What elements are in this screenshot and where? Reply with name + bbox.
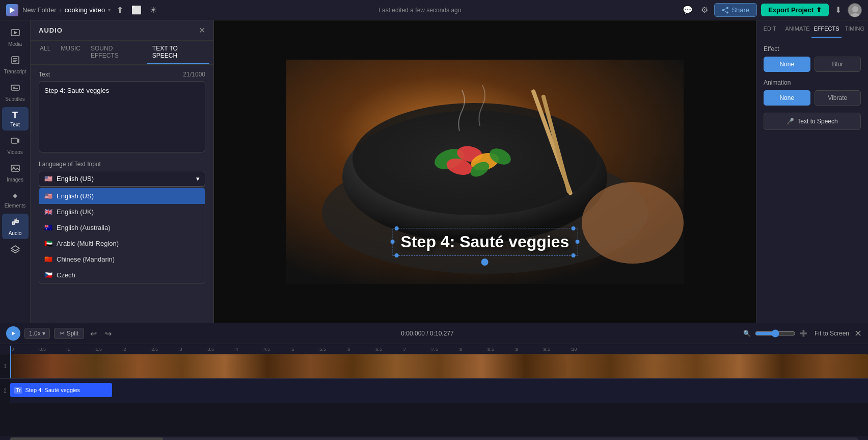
text-input[interactable]: Step 4: Sauté veggies	[39, 81, 205, 152]
sidebar-item-images[interactable]: Images	[2, 160, 29, 186]
speed-chevron-icon: ▾	[42, 330, 45, 337]
timeline-toolbar: 1.0x ▾ ✂ Split ↩ ↪ 0:00.000 / 0:10.277 🔍…	[0, 323, 868, 344]
timeline-ruler: :0 :0.5 :1 :1.5 :2 :2.5 :3 :3.5 :4 :4.5 …	[0, 344, 868, 354]
text-overlay-container[interactable]: Step 4: Sauté veggies	[392, 228, 578, 256]
speed-value: 1.0x	[29, 330, 41, 337]
lang-option-ar[interactable]: 🇦🇪 Arabic (Multi-Region)	[39, 236, 205, 251]
track-row-1: 1	[0, 354, 868, 379]
flag-ar: 🇦🇪	[44, 240, 52, 247]
project-name[interactable]: cooking video	[65, 6, 105, 14]
handle-mr[interactable]	[575, 240, 579, 244]
share-button[interactable]: Share	[714, 3, 757, 17]
theme-button[interactable]: ☀	[148, 3, 159, 17]
sidebar-item-subtitles[interactable]: Subtitles	[2, 80, 29, 105]
svg-marker-0	[10, 7, 15, 13]
lang-option-zh[interactable]: 🇨🇳 Chinese (Mandarin)	[39, 251, 205, 267]
text-overlay-selection[interactable]: Step 4: Sauté veggies	[392, 228, 578, 256]
sidebar-item-layers[interactable]	[2, 241, 29, 260]
tab-timing[interactable]: TIMING	[842, 20, 868, 38]
project-chevron-icon[interactable]: ▾	[108, 7, 111, 13]
svg-point-6	[852, 6, 858, 12]
media-label: Media	[8, 41, 22, 47]
tick-2-5: :2.5	[150, 347, 178, 352]
handle-tl[interactable]	[395, 226, 399, 230]
track-num-2: 2	[0, 388, 10, 394]
handle-br[interactable]	[571, 253, 575, 257]
text-to-speech-button[interactable]: 🎤 Text to Speech	[764, 113, 861, 130]
user-avatar[interactable]	[848, 3, 862, 17]
handle-ml[interactable]	[391, 240, 395, 244]
upload-button[interactable]: ⬆	[115, 3, 125, 17]
tab-effects[interactable]: EFFECTS	[811, 20, 841, 38]
sidebar-item-media[interactable]: Media	[2, 24, 29, 50]
tick-6: :6	[346, 347, 374, 352]
effect-none-button[interactable]: None	[764, 57, 810, 72]
panel-close-button[interactable]: ✕	[199, 25, 205, 35]
export-button[interactable]: Export Project ⬆	[761, 4, 829, 16]
sidebar-item-videos[interactable]: Videos	[2, 133, 29, 158]
monitor-button[interactable]: ⬜	[129, 3, 144, 17]
audio-icon	[10, 217, 20, 229]
sidebar-item-elements[interactable]: ✦ Elements	[2, 188, 29, 212]
videos-label: Videos	[7, 149, 22, 155]
lang-option-en-us[interactable]: 🇺🇸 English (US)	[39, 188, 205, 204]
svg-point-3	[726, 11, 728, 13]
sidebar-item-transcript[interactable]: Transcript	[2, 52, 29, 77]
lang-option-cs[interactable]: 🇨🇿 Czech	[39, 267, 205, 283]
fit-to-screen-button[interactable]: Fit to Screen	[811, 329, 852, 338]
undo-button[interactable]: ↩	[88, 328, 99, 340]
scrollbar-track[interactable]	[10, 437, 858, 440]
layers-icon	[10, 244, 20, 257]
tab-sound-effects[interactable]: SOUND EFFECTS	[86, 41, 147, 64]
track-content-1[interactable]	[10, 354, 868, 378]
speed-control[interactable]: 1.0x ▾	[24, 328, 50, 339]
sidebar-item-text[interactable]: T Text	[2, 107, 29, 131]
rotate-handle[interactable]	[481, 258, 489, 266]
settings-button[interactable]: ⚙	[699, 3, 710, 17]
elements-icon: ✦	[11, 191, 19, 202]
handle-bl[interactable]	[395, 253, 399, 257]
track-item-icon: Tr	[14, 387, 22, 394]
sidebar-item-audio[interactable]: Audio	[2, 214, 29, 239]
svg-marker-37	[12, 331, 15, 335]
audio-panel: AUDIO ✕ ALL MUSIC SOUND EFFECTS TEXT TO …	[31, 20, 214, 323]
close-timeline-button[interactable]: ✕	[854, 328, 862, 339]
images-label: Images	[7, 177, 23, 183]
svg-rect-17	[11, 138, 17, 143]
track-item-label: Step 4: Sauté veggies	[25, 387, 80, 393]
effect-blur-button[interactable]: Blur	[815, 57, 861, 72]
flag-en-uk: 🇬🇧	[44, 208, 52, 216]
comment-button[interactable]: 💬	[681, 3, 695, 17]
right-panel-content: Effect None Blur Animation None Vibrate …	[756, 38, 868, 137]
lang-option-en-uk[interactable]: 🇬🇧 English (UK)	[39, 204, 205, 220]
images-icon	[10, 163, 20, 176]
handle-tr[interactable]	[571, 226, 575, 230]
download-button[interactable]: ⬇	[833, 3, 844, 17]
tab-edit[interactable]: EDIT	[756, 20, 783, 38]
tick-10: :10	[571, 347, 599, 352]
split-button[interactable]: ✂ Split	[54, 328, 84, 339]
folder-name[interactable]: New Folder	[22, 6, 56, 14]
lang-option-en-au[interactable]: 🇦🇺 English (Australia)	[39, 220, 205, 236]
lang-select-display[interactable]: 🇺🇸 English (US) ▾	[39, 171, 205, 187]
tab-animate[interactable]: ANIMATE	[783, 20, 811, 38]
text-track-item[interactable]: Tr Step 4: Sauté veggies	[10, 383, 112, 397]
tab-all[interactable]: ALL	[35, 41, 56, 64]
time-display: 0:00.000 / 0:10.277	[118, 330, 737, 337]
tab-text-to-speech[interactable]: TEXT TO SPEECH	[147, 41, 209, 64]
svg-point-36	[582, 182, 684, 264]
anim-vibrate-button[interactable]: Vibrate	[815, 90, 861, 106]
timeline-area: 1.0x ▾ ✂ Split ↩ ↪ 0:00.000 / 0:10.277 🔍…	[0, 323, 868, 440]
tick-7: :7	[402, 347, 430, 352]
tab-music[interactable]: MUSIC	[56, 41, 86, 64]
zoom-slider[interactable]	[755, 329, 796, 338]
panel-title: AUDIO	[39, 27, 63, 34]
tick-1-5: :1.5	[94, 347, 122, 352]
scrollbar-thumb[interactable]	[10, 437, 163, 440]
play-button[interactable]	[6, 326, 20, 341]
zoom-out-button[interactable]: 🔍	[741, 328, 753, 339]
zoom-in-button[interactable]: ➕	[798, 328, 809, 339]
flag-zh: 🇨🇳	[44, 255, 52, 263]
redo-button[interactable]: ↪	[103, 328, 114, 340]
anim-none-button[interactable]: None	[764, 90, 810, 106]
